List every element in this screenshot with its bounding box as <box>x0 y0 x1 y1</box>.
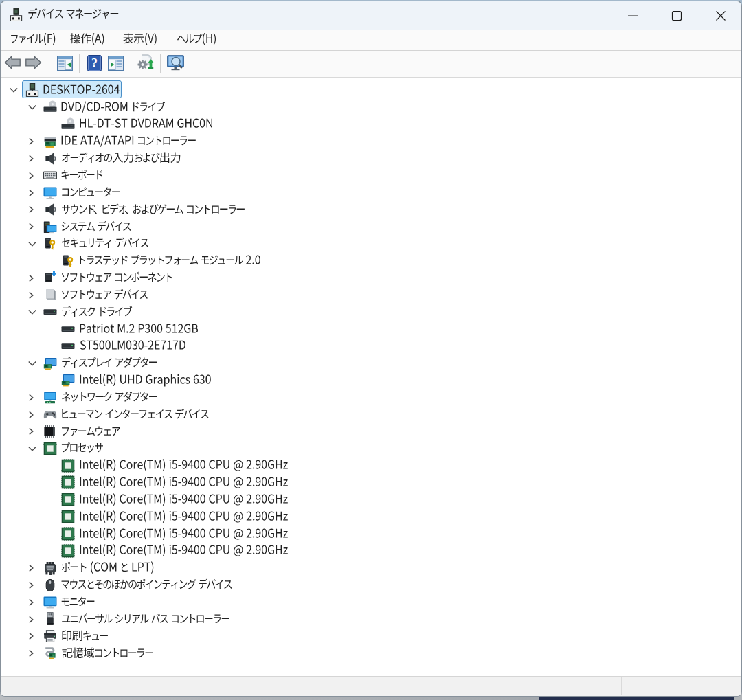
svg-text:?: ? <box>91 56 98 70</box>
